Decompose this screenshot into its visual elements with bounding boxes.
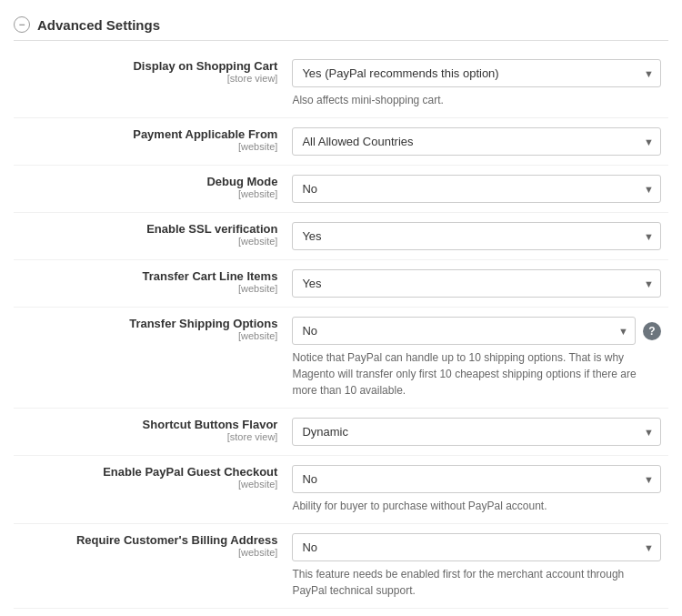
label-cell-enable-paypal-guest-checkout: Enable PayPal Guest Checkout[website] [14, 456, 285, 524]
label-cell-display-shopping-cart: Display on Shopping Cart[store view] [14, 50, 285, 118]
label-main-require-billing-address: Require Customer's Billing Address [21, 533, 277, 547]
select-wrapper-display-shopping-cart: Yes (PayPal recommends this option)No▼ [292, 59, 661, 87]
select-display-shopping-cart[interactable]: Yes (PayPal recommends this option)No [292, 59, 661, 87]
select-debug-mode[interactable]: YesNo [292, 175, 661, 203]
control-row-transfer-cart-line-items: YesNo▼ [292, 269, 661, 298]
label-main-display-shopping-cart: Display on Shopping Cart [21, 59, 277, 73]
label-cell-debug-mode: Debug Mode[website] [14, 166, 285, 213]
form-row-transfer-shipping-options: Transfer Shipping Options[website]YesNo▼… [14, 308, 668, 409]
control-cell-require-billing-address: NoYesFor Virtual Quotes Only▼This featur… [285, 524, 668, 609]
label-cell-billing-agreement-signup: Billing Agreement Signup[website] [14, 609, 285, 617]
form-row-enable-ssl-verification: Enable SSL verification[website]YesNo▼ [14, 213, 668, 260]
label-cell-transfer-shipping-options: Transfer Shipping Options[website] [14, 308, 285, 409]
label-main-transfer-shipping-options: Transfer Shipping Options [21, 317, 277, 330]
select-payment-applicable-from[interactable]: All Allowed CountriesSpecific Countries [292, 127, 661, 156]
select-wrapper-enable-paypal-guest-checkout: YesNo▼ [292, 465, 661, 493]
select-wrapper-transfer-shipping-options: YesNo▼ [292, 317, 636, 345]
form-row-billing-agreement-signup: Billing Agreement Signup[website]AutoAsk… [14, 609, 668, 617]
control-cell-payment-applicable-from: All Allowed CountriesSpecific Countries▼ [285, 118, 668, 166]
hint-text-require-billing-address: This feature needs be enabled first for … [292, 566, 661, 599]
label-scope-enable-paypal-guest-checkout: [website] [21, 479, 277, 490]
select-wrapper-shortcut-buttons-flavor: DynamicStatic▼ [292, 418, 661, 446]
control-row-debug-mode: YesNo▼ [292, 175, 661, 203]
label-scope-shortcut-buttons-flavor: [store view] [21, 431, 277, 442]
label-main-payment-applicable-from: Payment Applicable From [21, 127, 277, 141]
section-header: − Advanced Settings [14, 9, 668, 41]
label-scope-transfer-cart-line-items: [website] [21, 283, 277, 294]
label-scope-transfer-shipping-options: [website] [21, 330, 277, 341]
page-container: − Advanced Settings Display on Shopping … [0, 0, 682, 616]
form-row-require-billing-address: Require Customer's Billing Address[websi… [14, 524, 668, 609]
settings-table: Display on Shopping Cart[store view]Yes … [14, 50, 668, 616]
label-scope-debug-mode: [website] [21, 188, 277, 199]
label-main-shortcut-buttons-flavor: Shortcut Buttons Flavor [21, 418, 277, 431]
select-enable-ssl-verification[interactable]: YesNo [292, 222, 661, 250]
section-title: Advanced Settings [37, 17, 160, 33]
select-wrapper-debug-mode: YesNo▼ [292, 175, 661, 203]
hint-text-enable-paypal-guest-checkout: Ability for buyer to purchase without Pa… [292, 498, 661, 514]
label-scope-display-shopping-cart: [store view] [21, 73, 277, 84]
select-shortcut-buttons-flavor[interactable]: DynamicStatic [292, 418, 661, 446]
select-require-billing-address[interactable]: NoYesFor Virtual Quotes Only [292, 533, 661, 561]
hint-text-transfer-shipping-options: Notice that PayPal can handle up to 10 s… [292, 349, 661, 399]
form-row-shortcut-buttons-flavor: Shortcut Buttons Flavor[store view]Dynam… [14, 409, 668, 456]
control-row-payment-applicable-from: All Allowed CountriesSpecific Countries▼ [292, 127, 661, 156]
control-row-enable-ssl-verification: YesNo▼ [292, 222, 661, 250]
hint-text-display-shopping-cart: Also affects mini-shopping cart. [292, 92, 661, 108]
label-cell-require-billing-address: Require Customer's Billing Address[websi… [14, 524, 285, 609]
control-row-require-billing-address: NoYesFor Virtual Quotes Only▼ [292, 533, 661, 561]
control-cell-shortcut-buttons-flavor: DynamicStatic▼ [285, 409, 668, 456]
form-row-display-shopping-cart: Display on Shopping Cart[store view]Yes … [14, 50, 668, 118]
form-row-transfer-cart-line-items: Transfer Cart Line Items[website]YesNo▼ [14, 260, 668, 308]
form-row-enable-paypal-guest-checkout: Enable PayPal Guest Checkout[website]Yes… [14, 456, 668, 524]
label-main-transfer-cart-line-items: Transfer Cart Line Items [21, 269, 277, 283]
select-wrapper-payment-applicable-from: All Allowed CountriesSpecific Countries▼ [292, 127, 661, 156]
control-row-shortcut-buttons-flavor: DynamicStatic▼ [292, 418, 661, 446]
select-transfer-shipping-options[interactable]: YesNo [292, 317, 636, 345]
control-row-display-shopping-cart: Yes (PayPal recommends this option)No▼ [292, 59, 661, 87]
control-row-enable-paypal-guest-checkout: YesNo▼ [292, 465, 661, 493]
control-cell-debug-mode: YesNo▼ [285, 166, 668, 213]
label-cell-transfer-cart-line-items: Transfer Cart Line Items[website] [14, 260, 285, 308]
form-row-payment-applicable-from: Payment Applicable From[website]All Allo… [14, 118, 668, 166]
label-cell-shortcut-buttons-flavor: Shortcut Buttons Flavor[store view] [14, 409, 285, 456]
label-main-enable-ssl-verification: Enable SSL verification [21, 222, 277, 236]
collapse-button[interactable]: − [14, 16, 30, 33]
control-cell-display-shopping-cart: Yes (PayPal recommends this option)No▼Al… [285, 50, 668, 118]
label-scope-require-billing-address: [website] [21, 547, 277, 558]
control-cell-billing-agreement-signup: AutoAsk CustomerNever▼?Whether to create… [285, 609, 668, 617]
control-row-transfer-shipping-options: YesNo▼? [292, 317, 661, 345]
label-main-enable-paypal-guest-checkout: Enable PayPal Guest Checkout [21, 465, 277, 479]
control-cell-transfer-cart-line-items: YesNo▼ [285, 260, 668, 308]
select-wrapper-enable-ssl-verification: YesNo▼ [292, 222, 661, 250]
select-enable-paypal-guest-checkout[interactable]: YesNo [292, 465, 661, 493]
label-scope-enable-ssl-verification: [website] [21, 236, 277, 247]
select-wrapper-require-billing-address: NoYesFor Virtual Quotes Only▼ [292, 533, 661, 561]
help-icon-transfer-shipping-options[interactable]: ? [643, 322, 661, 340]
select-transfer-cart-line-items[interactable]: YesNo [292, 269, 661, 298]
label-scope-payment-applicable-from: [website] [21, 141, 277, 152]
control-cell-transfer-shipping-options: YesNo▼?Notice that PayPal can handle up … [285, 308, 668, 409]
label-cell-payment-applicable-from: Payment Applicable From[website] [14, 118, 285, 166]
control-cell-enable-paypal-guest-checkout: YesNo▼Ability for buyer to purchase with… [285, 456, 668, 524]
label-cell-enable-ssl-verification: Enable SSL verification[website] [14, 213, 285, 260]
label-main-debug-mode: Debug Mode [21, 175, 277, 188]
control-cell-enable-ssl-verification: YesNo▼ [285, 213, 668, 260]
select-wrapper-transfer-cart-line-items: YesNo▼ [292, 269, 661, 298]
form-row-debug-mode: Debug Mode[website]YesNo▼ [14, 166, 668, 213]
